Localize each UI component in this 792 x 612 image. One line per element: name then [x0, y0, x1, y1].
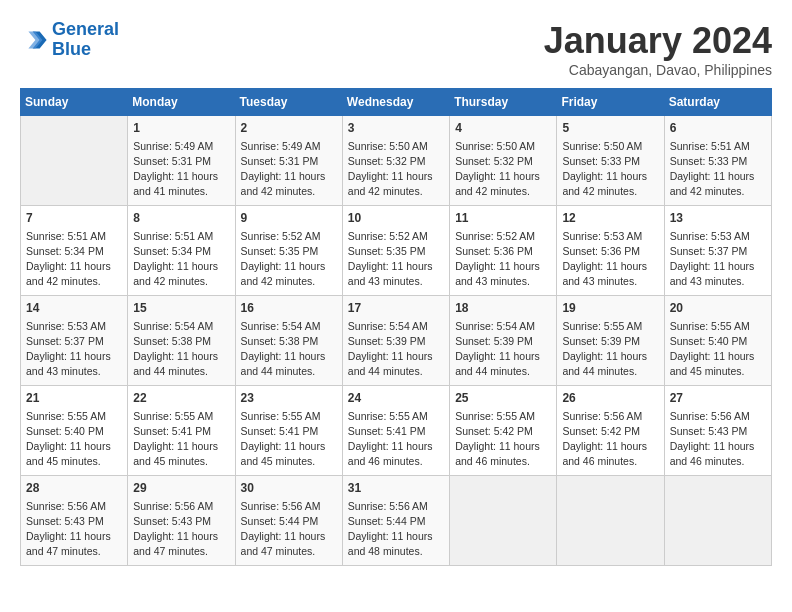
day-number: 16	[241, 300, 337, 317]
day-info: Sunrise: 5:53 AM Sunset: 5:37 PM Dayligh…	[26, 319, 122, 380]
day-number: 12	[562, 210, 658, 227]
day-number: 13	[670, 210, 766, 227]
weekday-header: Tuesday	[235, 89, 342, 116]
day-number: 3	[348, 120, 444, 137]
day-info: Sunrise: 5:56 AM Sunset: 5:43 PM Dayligh…	[670, 409, 766, 470]
calendar-cell: 21Sunrise: 5:55 AM Sunset: 5:40 PM Dayli…	[21, 386, 128, 476]
day-info: Sunrise: 5:54 AM Sunset: 5:39 PM Dayligh…	[455, 319, 551, 380]
day-info: Sunrise: 5:49 AM Sunset: 5:31 PM Dayligh…	[133, 139, 229, 200]
calendar-cell: 9Sunrise: 5:52 AM Sunset: 5:35 PM Daylig…	[235, 206, 342, 296]
day-info: Sunrise: 5:55 AM Sunset: 5:39 PM Dayligh…	[562, 319, 658, 380]
day-info: Sunrise: 5:55 AM Sunset: 5:40 PM Dayligh…	[670, 319, 766, 380]
day-info: Sunrise: 5:55 AM Sunset: 5:41 PM Dayligh…	[348, 409, 444, 470]
logo-line2: Blue	[52, 39, 91, 59]
day-info: Sunrise: 5:55 AM Sunset: 5:41 PM Dayligh…	[133, 409, 229, 470]
calendar-cell: 16Sunrise: 5:54 AM Sunset: 5:38 PM Dayli…	[235, 296, 342, 386]
calendar-cell: 26Sunrise: 5:56 AM Sunset: 5:42 PM Dayli…	[557, 386, 664, 476]
calendar-cell: 28Sunrise: 5:56 AM Sunset: 5:43 PM Dayli…	[21, 476, 128, 566]
calendar-cell	[664, 476, 771, 566]
day-number: 24	[348, 390, 444, 407]
calendar-cell	[557, 476, 664, 566]
calendar-cell: 22Sunrise: 5:55 AM Sunset: 5:41 PM Dayli…	[128, 386, 235, 476]
day-info: Sunrise: 5:51 AM Sunset: 5:34 PM Dayligh…	[133, 229, 229, 290]
calendar-week-row: 14Sunrise: 5:53 AM Sunset: 5:37 PM Dayli…	[21, 296, 772, 386]
day-info: Sunrise: 5:52 AM Sunset: 5:36 PM Dayligh…	[455, 229, 551, 290]
weekday-header: Saturday	[664, 89, 771, 116]
calendar-cell: 31Sunrise: 5:56 AM Sunset: 5:44 PM Dayli…	[342, 476, 449, 566]
day-number: 10	[348, 210, 444, 227]
day-info: Sunrise: 5:56 AM Sunset: 5:44 PM Dayligh…	[241, 499, 337, 560]
day-number: 15	[133, 300, 229, 317]
day-number: 14	[26, 300, 122, 317]
calendar-week-row: 7Sunrise: 5:51 AM Sunset: 5:34 PM Daylig…	[21, 206, 772, 296]
day-info: Sunrise: 5:51 AM Sunset: 5:34 PM Dayligh…	[26, 229, 122, 290]
calendar-cell: 17Sunrise: 5:54 AM Sunset: 5:39 PM Dayli…	[342, 296, 449, 386]
day-number: 30	[241, 480, 337, 497]
day-number: 25	[455, 390, 551, 407]
calendar-cell: 14Sunrise: 5:53 AM Sunset: 5:37 PM Dayli…	[21, 296, 128, 386]
logo-line1: General	[52, 19, 119, 39]
day-number: 23	[241, 390, 337, 407]
day-number: 5	[562, 120, 658, 137]
day-info: Sunrise: 5:50 AM Sunset: 5:33 PM Dayligh…	[562, 139, 658, 200]
calendar-cell: 29Sunrise: 5:56 AM Sunset: 5:43 PM Dayli…	[128, 476, 235, 566]
day-info: Sunrise: 5:52 AM Sunset: 5:35 PM Dayligh…	[348, 229, 444, 290]
day-number: 20	[670, 300, 766, 317]
day-info: Sunrise: 5:50 AM Sunset: 5:32 PM Dayligh…	[455, 139, 551, 200]
logo-icon	[20, 26, 48, 54]
day-info: Sunrise: 5:49 AM Sunset: 5:31 PM Dayligh…	[241, 139, 337, 200]
day-number: 8	[133, 210, 229, 227]
day-info: Sunrise: 5:53 AM Sunset: 5:37 PM Dayligh…	[670, 229, 766, 290]
calendar-cell: 15Sunrise: 5:54 AM Sunset: 5:38 PM Dayli…	[128, 296, 235, 386]
calendar-week-row: 1Sunrise: 5:49 AM Sunset: 5:31 PM Daylig…	[21, 116, 772, 206]
day-number: 22	[133, 390, 229, 407]
day-number: 7	[26, 210, 122, 227]
logo-text: General Blue	[52, 20, 119, 60]
month-title: January 2024	[544, 20, 772, 62]
calendar-cell: 3Sunrise: 5:50 AM Sunset: 5:32 PM Daylig…	[342, 116, 449, 206]
title-block: January 2024 Cabayangan, Davao, Philippi…	[544, 20, 772, 78]
calendar-cell: 5Sunrise: 5:50 AM Sunset: 5:33 PM Daylig…	[557, 116, 664, 206]
calendar-cell: 25Sunrise: 5:55 AM Sunset: 5:42 PM Dayli…	[450, 386, 557, 476]
logo: General Blue	[20, 20, 119, 60]
calendar-cell: 24Sunrise: 5:55 AM Sunset: 5:41 PM Dayli…	[342, 386, 449, 476]
day-number: 9	[241, 210, 337, 227]
calendar-cell: 20Sunrise: 5:55 AM Sunset: 5:40 PM Dayli…	[664, 296, 771, 386]
day-number: 6	[670, 120, 766, 137]
day-number: 2	[241, 120, 337, 137]
day-number: 28	[26, 480, 122, 497]
day-info: Sunrise: 5:56 AM Sunset: 5:43 PM Dayligh…	[26, 499, 122, 560]
day-number: 11	[455, 210, 551, 227]
calendar-table: SundayMondayTuesdayWednesdayThursdayFrid…	[20, 88, 772, 566]
day-number: 31	[348, 480, 444, 497]
calendar-week-row: 21Sunrise: 5:55 AM Sunset: 5:40 PM Dayli…	[21, 386, 772, 476]
page-header: General Blue January 2024 Cabayangan, Da…	[20, 20, 772, 78]
day-info: Sunrise: 5:52 AM Sunset: 5:35 PM Dayligh…	[241, 229, 337, 290]
calendar-cell	[21, 116, 128, 206]
calendar-cell: 12Sunrise: 5:53 AM Sunset: 5:36 PM Dayli…	[557, 206, 664, 296]
calendar-cell: 30Sunrise: 5:56 AM Sunset: 5:44 PM Dayli…	[235, 476, 342, 566]
calendar-cell: 7Sunrise: 5:51 AM Sunset: 5:34 PM Daylig…	[21, 206, 128, 296]
calendar-cell: 11Sunrise: 5:52 AM Sunset: 5:36 PM Dayli…	[450, 206, 557, 296]
day-number: 18	[455, 300, 551, 317]
day-number: 26	[562, 390, 658, 407]
calendar-cell: 4Sunrise: 5:50 AM Sunset: 5:32 PM Daylig…	[450, 116, 557, 206]
weekday-header-row: SundayMondayTuesdayWednesdayThursdayFrid…	[21, 89, 772, 116]
day-info: Sunrise: 5:54 AM Sunset: 5:38 PM Dayligh…	[133, 319, 229, 380]
calendar-cell: 18Sunrise: 5:54 AM Sunset: 5:39 PM Dayli…	[450, 296, 557, 386]
location-subtitle: Cabayangan, Davao, Philippines	[544, 62, 772, 78]
weekday-header: Monday	[128, 89, 235, 116]
calendar-cell	[450, 476, 557, 566]
weekday-header: Thursday	[450, 89, 557, 116]
day-number: 19	[562, 300, 658, 317]
day-info: Sunrise: 5:51 AM Sunset: 5:33 PM Dayligh…	[670, 139, 766, 200]
day-info: Sunrise: 5:56 AM Sunset: 5:44 PM Dayligh…	[348, 499, 444, 560]
calendar-cell: 23Sunrise: 5:55 AM Sunset: 5:41 PM Dayli…	[235, 386, 342, 476]
day-number: 29	[133, 480, 229, 497]
day-info: Sunrise: 5:53 AM Sunset: 5:36 PM Dayligh…	[562, 229, 658, 290]
calendar-cell: 1Sunrise: 5:49 AM Sunset: 5:31 PM Daylig…	[128, 116, 235, 206]
calendar-cell: 2Sunrise: 5:49 AM Sunset: 5:31 PM Daylig…	[235, 116, 342, 206]
weekday-header: Friday	[557, 89, 664, 116]
calendar-cell: 19Sunrise: 5:55 AM Sunset: 5:39 PM Dayli…	[557, 296, 664, 386]
day-number: 1	[133, 120, 229, 137]
